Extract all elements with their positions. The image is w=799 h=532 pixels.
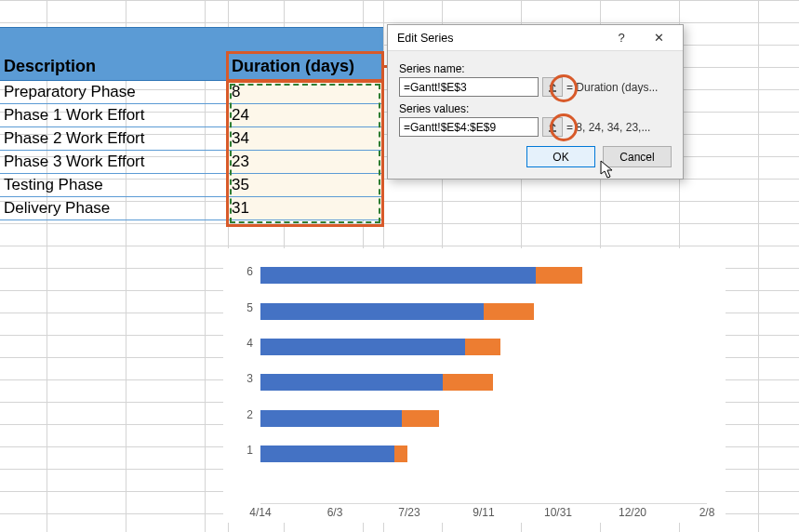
collapse-dialog-icon	[547, 122, 558, 133]
cell-duration[interactable]: 8	[228, 81, 383, 103]
chart-x-label: 6/3	[327, 506, 343, 519]
chart-y-label: 4	[223, 337, 253, 350]
table-row[interactable]: Phase 3 Work Effort23	[0, 151, 383, 174]
table-row[interactable]: Phase 1 Work Effort24	[0, 104, 383, 127]
series-name-preview: = Duration (days...	[566, 81, 658, 94]
cell-duration[interactable]: 35	[228, 174, 383, 196]
cell-description[interactable]: Testing Phase	[0, 174, 228, 196]
chart-x-label: 7/23	[398, 506, 419, 519]
cell-description[interactable]: Delivery Phase	[0, 197, 228, 219]
table-header-row: Description Duration (days)	[0, 27, 383, 81]
chart-bar-duration[interactable]	[465, 339, 500, 355]
header-description[interactable]: Description	[0, 28, 228, 80]
table-row[interactable]: Testing Phase35	[0, 174, 383, 197]
chart-bar-row	[260, 410, 707, 427]
table-row[interactable]: Delivery Phase31	[0, 197, 383, 220]
chart-bar-start[interactable]	[260, 303, 484, 320]
chart-bar-row	[260, 446, 707, 462]
series-name-label: Series name:	[399, 62, 672, 75]
chart-x-label: 9/11	[473, 506, 494, 519]
chart-bar-row	[260, 339, 707, 355]
help-button[interactable]: ?	[603, 27, 640, 49]
cell-description[interactable]: Preparatory Phase	[0, 81, 228, 103]
table-row[interactable]: Phase 2 Work Effort34	[0, 127, 383, 151]
collapse-dialog-icon	[547, 82, 558, 93]
cell-description[interactable]: Phase 2 Work Effort	[0, 127, 228, 150]
chart-x-label: 12/20	[619, 506, 646, 519]
cell-duration[interactable]: 31	[228, 197, 383, 219]
dialog-title: Edit Series	[397, 32, 603, 45]
chart-bar-start[interactable]	[260, 374, 443, 391]
chart-x-axis	[260, 503, 707, 504]
chart-x-label: 10/31	[544, 506, 572, 519]
ok-button[interactable]: OK	[526, 146, 595, 167]
chart-bar-row	[260, 267, 707, 284]
dialog-titlebar[interactable]: Edit Series ? ✕	[388, 25, 683, 51]
cell-duration[interactable]: 23	[228, 151, 383, 173]
range-select-button-name[interactable]	[542, 77, 563, 97]
series-values-input[interactable]	[399, 117, 539, 137]
chart-y-label: 1	[223, 444, 253, 457]
gantt-chart[interactable]: 654321 4/146/37/239/1110/3112/202/8	[223, 248, 726, 523]
cell-duration[interactable]: 24	[228, 104, 383, 126]
chart-bar-start[interactable]	[260, 339, 465, 355]
chart-bar-row	[260, 374, 707, 391]
chart-y-label: 3	[223, 372, 253, 385]
series-name-input[interactable]	[399, 77, 539, 97]
chart-y-label: 2	[223, 408, 253, 421]
chart-bar-start[interactable]	[260, 446, 394, 462]
chart-bar-duration[interactable]	[394, 446, 407, 462]
series-values-label: Series values:	[399, 102, 672, 115]
cell-duration[interactable]: 34	[228, 127, 383, 150]
cancel-button[interactable]: Cancel	[603, 146, 672, 167]
chart-bar-duration[interactable]	[484, 303, 534, 320]
chart-bar-duration[interactable]	[402, 410, 439, 427]
cell-description[interactable]: Phase 3 Work Effort	[0, 151, 228, 173]
chart-bar-duration[interactable]	[443, 374, 493, 391]
table-row[interactable]: Preparatory Phase8	[0, 81, 383, 104]
cell-description[interactable]: Phase 1 Work Effort	[0, 104, 228, 126]
chart-x-label: 2/8	[699, 506, 715, 519]
chart-bar-row	[260, 303, 707, 320]
edit-series-dialog: Edit Series ? ✕ Series name: = Duration …	[387, 24, 684, 180]
header-duration[interactable]: Duration (days)	[228, 28, 383, 80]
close-button[interactable]: ✕	[640, 27, 677, 49]
chart-bar-duration[interactable]	[536, 267, 582, 284]
chart-bar-start[interactable]	[260, 267, 536, 284]
data-table: Description Duration (days) Preparatory …	[0, 27, 383, 220]
range-select-button-values[interactable]	[542, 117, 563, 137]
chart-bar-start[interactable]	[260, 410, 402, 427]
chart-x-label: 4/14	[249, 506, 271, 519]
chart-y-label: 5	[223, 301, 253, 314]
chart-y-label: 6	[223, 265, 253, 278]
series-values-preview: = 8, 24, 34, 23,...	[566, 121, 650, 134]
